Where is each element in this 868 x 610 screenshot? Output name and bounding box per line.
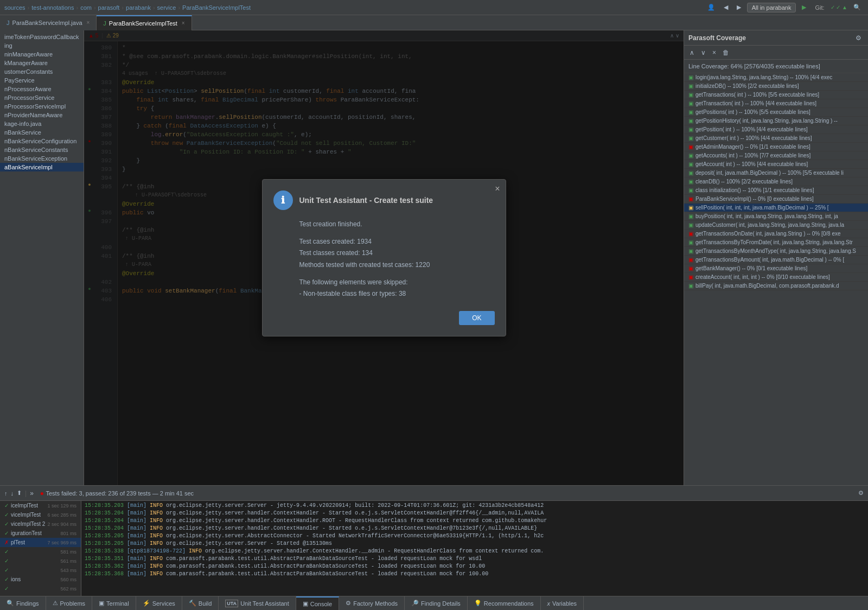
coverage-item-9[interactable]: ▣ getAccounts( int ) -- 100% [7/7 execut… — [684, 151, 868, 160]
test-item-9[interactable]: ✓ 562 ms — [0, 584, 81, 593]
tab-close-impl[interactable]: × — [87, 20, 90, 26]
coverage-delete-button[interactable]: 🗑 — [720, 48, 731, 58]
test-item-8[interactable]: ✓ ions 560 ms — [0, 575, 81, 584]
tab-variables[interactable]: x Variables — [541, 596, 584, 611]
tree-item-8[interactable]: nProcessorServiceImpl — [0, 102, 84, 111]
coverage-item-2[interactable]: ▣ getTransactions( int ) -- 100% [5/5 ex… — [684, 91, 868, 99]
coverage-item-18[interactable]: ▣ getTransactionsOnDate( int, java.lang.… — [684, 230, 868, 238]
coverage-item-14[interactable]: ▣ ParaBankServiceImpl() -- 0% [0 executa… — [684, 195, 868, 204]
tab-parabank-impl[interactable]: J ParaBankServiceImpl.java × — [0, 15, 97, 30]
coverage-item-22[interactable]: ▣ getBankManager() -- 0% [0/1 executable… — [684, 264, 868, 273]
coverage-item-7[interactable]: ▣ getCustomer( int ) -- 100% [4/4 execut… — [684, 134, 868, 143]
coverage-item-8[interactable]: ▣ getAdminManager() -- 0% [1/1 executabl… — [684, 143, 868, 151]
tab-findings[interactable]: 🔍 Findings — [0, 596, 46, 611]
tab-problems[interactable]: ⚠ Problems — [46, 596, 92, 611]
coverage-item-20[interactable]: ▣ getTransactionsByMonthAndType( int, ja… — [684, 247, 868, 256]
modal-close-button[interactable]: × — [495, 184, 500, 194]
tree-item-7[interactable]: nProcessorService — [0, 93, 84, 102]
tree-item-9[interactable]: nProviderNameAware — [0, 111, 84, 119]
coverage-item-12[interactable]: ▣ cleanDB() -- 100% [2/2 executable line… — [684, 177, 868, 186]
coverage-item-5[interactable]: ▣ getPositionHistory( int, java.lang.Str… — [684, 117, 868, 125]
tree-item-2[interactable]: ninManagerAware — [0, 50, 84, 59]
tree-item-10[interactable]: kage-info.java — [0, 119, 84, 128]
tab-factory-methods[interactable]: ⚙ Factory Methods — [339, 596, 405, 611]
forward-button[interactable]: ▶ — [734, 3, 744, 12]
coverage-item-4[interactable]: ▣ getPositions( int ) -- 100% [5/5 execu… — [684, 108, 868, 117]
scroll-down-button[interactable]: ↓ — [11, 490, 14, 497]
tree-item-11[interactable]: nBankService — [0, 128, 84, 137]
coverage-close-button[interactable]: × — [710, 48, 718, 58]
test-item-7[interactable]: ✓ 543 ms — [0, 565, 81, 575]
tab-uta[interactable]: UTA Unit Test Assistant — [219, 596, 296, 611]
breadcrumb-file[interactable]: ParaBankServiceImplTest — [182, 4, 251, 11]
tree-item-4[interactable]: ustomerConstants — [0, 67, 84, 76]
tree-item-3[interactable]: kManagerAware — [0, 59, 84, 67]
coverage-item-0[interactable]: ▣ login(java.lang.String, java.lang.Stri… — [684, 73, 868, 82]
coverage-item-23[interactable]: ▣ createAccount( int, int, int ) -- 0% [… — [684, 273, 868, 282]
profile-button[interactable]: 👤 — [705, 3, 718, 12]
breadcrumb-parabank[interactable]: parabank — [126, 4, 151, 11]
tab-finding-details[interactable]: 🔎 Finding Details — [405, 596, 468, 611]
tree-item-15[interactable]: aBankServiceImpl — [0, 163, 84, 171]
test-item-0[interactable]: ✓ iceImplTest 1 sec 129 ms — [0, 501, 81, 510]
modal-ok-button[interactable]: OK — [459, 311, 494, 325]
git-status: ✓ ✓ ▲ — [831, 4, 847, 10]
tab-services[interactable]: ⚡ Services — [136, 596, 182, 611]
coverage-item-10[interactable]: ▣ getAccount( int ) -- 100% [4/4 executa… — [684, 160, 868, 169]
test-item-4[interactable]: ✗ plTest 7 sec 969 ms — [0, 538, 81, 547]
run-button[interactable]: ▶ — [799, 3, 809, 12]
coverage-item-19[interactable]: ▣ getTransactionsByToFromDate( int, java… — [684, 238, 868, 247]
scroll-up-button[interactable]: ↑ — [4, 490, 8, 497]
toolbar-more[interactable]: » — [30, 490, 34, 497]
coverage-nav-prev[interactable]: ∧ — [687, 48, 697, 58]
tree-item-6[interactable]: nProcessorAware — [0, 85, 84, 93]
test-item-6[interactable]: ✓ 561 ms — [0, 556, 81, 565]
coverage-item-1[interactable]: ▣ initializeDB() -- 100% [2/2 executable… — [684, 82, 868, 91]
test-label-0: iceImplTest — [11, 503, 38, 509]
tab-close-test[interactable]: × — [182, 20, 185, 26]
tree-item-0[interactable]: imeTokenPasswordCallback — [0, 33, 84, 41]
test-item-5[interactable]: ✓ 581 ms — [0, 547, 81, 556]
tab-console[interactable]: ▣ Console — [296, 596, 339, 611]
breadcrumb-test-annotations[interactable]: test-annotations — [31, 4, 74, 11]
breadcrumb-service[interactable]: service — [157, 4, 176, 11]
log-area[interactable]: 15:28:35.203 [main] INFO org.eclipse.jet… — [81, 501, 868, 596]
breadcrumb-sources[interactable]: sources — [4, 4, 25, 11]
tab-build[interactable]: 🔨 Build — [182, 596, 219, 611]
tree-item-12[interactable]: nBankServiceConfiguration — [0, 137, 84, 145]
tab-variables-label: Variables — [552, 600, 577, 607]
coverage-item-17[interactable]: ▣ updateCustomer( int, java.lang.String,… — [684, 221, 868, 230]
coverage-item-16[interactable]: ▣ buyPosition( int, int, java.lang.Strin… — [684, 212, 868, 221]
breadcrumb-parasoft[interactable]: parasoft — [98, 4, 120, 11]
test-status-text: Tests failed: 3, passed: 236 of 239 test… — [46, 490, 194, 497]
coverage-item-6[interactable]: ▣ getPosition( int ) -- 100% [4/4 execut… — [684, 125, 868, 134]
back-button[interactable]: ◀ — [721, 3, 731, 12]
bottom-area: ↑ ↓ ⬆ | » ● Tests failed: 3, passed: 236… — [0, 485, 868, 610]
tree-item-13[interactable]: nBankServiceConstants — [0, 145, 84, 154]
tab-console-label: Console — [310, 601, 332, 607]
coverage-item-13[interactable]: ▣ class initialization() -- 100% [1/1 ex… — [684, 186, 868, 195]
coverage-nav-next[interactable]: ∨ — [699, 48, 708, 58]
coverage-item-11[interactable]: ▣ deposit( int, java.math.BigDecimal ) -… — [684, 169, 868, 177]
coverage-settings-button[interactable]: ⚙ — [853, 33, 864, 43]
coverage-icon-1: ▣ — [688, 83, 693, 89]
test-item-2[interactable]: ✓ viceImplTest 2 2 sec 904 ms — [0, 519, 81, 529]
test-item-1[interactable]: ✓ viceImplTest 6 sec 285 ms — [0, 510, 81, 519]
scope-selector[interactable]: All in parabank — [747, 3, 796, 12]
test-item-3[interactable]: ✓ igurationTest 801 ms — [0, 529, 81, 538]
expand-button[interactable]: ⬆ — [17, 490, 22, 497]
coverage-item-3[interactable]: ▣ getTransaction( int ) -- 100% [4/4 exe… — [684, 99, 868, 108]
coverage-item-21[interactable]: ▣ getTransactionsByAmount( int, java.mat… — [684, 256, 868, 264]
coverage-label-9: getAccounts( int ) -- 100% [7/7 executab… — [695, 152, 810, 158]
search-button[interactable]: 🔍 — [851, 3, 864, 12]
coverage-item-15[interactable]: ▣ sellPosition( int, int, int, java.math… — [684, 204, 868, 212]
tab-recommendations[interactable]: 💡 Recommendations — [468, 596, 541, 611]
tree-item-1[interactable]: ing — [0, 41, 84, 50]
tree-item-5[interactable]: PayService — [0, 76, 84, 85]
tab-parabank-test[interactable]: J ParaBankServiceImplTest × — [97, 15, 192, 30]
breadcrumb-com[interactable]: com — [80, 4, 92, 11]
tree-item-14[interactable]: nBankServiceException — [0, 154, 84, 163]
coverage-item-24[interactable]: ▣ billPay( int, java.math.BigDecimal, co… — [684, 282, 868, 290]
tab-terminal[interactable]: ▣ Terminal — [92, 596, 136, 611]
bottom-settings-button[interactable]: ⚙ — [858, 490, 864, 497]
